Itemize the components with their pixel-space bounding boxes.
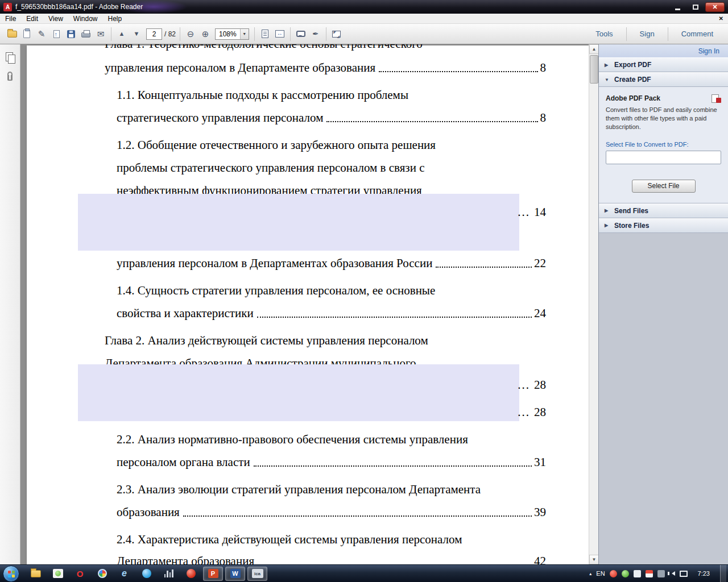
pdf-pack-description: Convert files to PDF and easily combine … — [606, 106, 719, 131]
toc-line: образования39 — [117, 505, 546, 520]
page-thumbnails-button[interactable] — [0, 52, 20, 63]
menu-help[interactable]: Help — [103, 14, 127, 23]
previous-page-button[interactable]: ▲ — [114, 27, 129, 41]
menu-file[interactable]: File — [0, 14, 21, 23]
select-file-label: Select File to Convert to PDF: — [606, 141, 721, 148]
open-icon — [7, 31, 17, 38]
page-number-input[interactable]: 2 — [146, 28, 162, 40]
title-bar: A f_596530bbb186aa14.pdf - Adobe Reader … — [0, 0, 728, 14]
paste-button[interactable] — [19, 27, 34, 41]
save-button[interactable] — [64, 27, 78, 41]
taskbar-opera-button[interactable]: O — [70, 567, 90, 581]
tray-icon-gray[interactable] — [657, 570, 665, 577]
adobe-pdf-pack-label: Adobe PDF Pack — [606, 94, 660, 102]
taskbar-media-app-button[interactable] — [48, 567, 68, 581]
dot-leader — [326, 121, 537, 122]
language-indicator[interactable]: EN — [596, 570, 605, 577]
downloader-icon — [187, 569, 196, 578]
hidden-icons-button[interactable]: ▴ — [589, 571, 592, 576]
menubar-close-icon[interactable]: ✕ — [719, 15, 723, 22]
fit-page-button[interactable] — [258, 27, 272, 41]
adobe-reader-icon[interactable]: A — [3, 3, 12, 11]
toc-line: Глава 2. Анализ действующей системы упра… — [105, 333, 546, 348]
sign-tool-button[interactable]: ✒ — [308, 27, 323, 41]
volume-icon[interactable] — [669, 571, 675, 576]
sign-panel-button[interactable]: Sign — [630, 24, 665, 44]
maximize-button[interactable] — [688, 2, 703, 12]
taskbar-powerpoint-button[interactable]: P — [203, 567, 223, 581]
start-button[interactable] — [3, 566, 19, 582]
zoom-level-select[interactable]: 108% ▼ — [215, 28, 249, 40]
equalizer-icon — [164, 569, 173, 577]
vertical-scrollbar[interactable]: ▲ ▼ — [589, 44, 598, 564]
sign-in-link[interactable]: Sign In — [698, 47, 719, 55]
file-to-convert-input[interactable] — [606, 151, 721, 164]
toc-line: 1.1. Концептуальные подходы к рассмотрен… — [117, 88, 546, 103]
taskbar-equalizer-button[interactable] — [159, 567, 179, 581]
email-icon: ✉ — [97, 30, 105, 38]
next-page-button[interactable]: ▼ — [129, 27, 144, 41]
scroll-up-button[interactable]: ▲ — [589, 44, 598, 54]
taskbar-word-button[interactable]: W — [225, 567, 245, 581]
comment-panel-button[interactable]: Comment — [671, 24, 723, 44]
taskbar: O e P W ica ▴ EN 7:23 — [0, 564, 728, 582]
attachments-button[interactable] — [0, 72, 20, 81]
taskbar-explorer-button[interactable] — [26, 567, 46, 581]
zoom-out-icon: ⊖ — [187, 30, 195, 38]
right-tools-panel: Sign In ▶ Export PDF ▼ Create PDF Adobe … — [598, 44, 728, 564]
sign-in-bar: Sign In — [599, 44, 728, 57]
messenger-icon — [142, 569, 151, 578]
open-button[interactable] — [5, 27, 19, 41]
toc-line: персоналом органа власти31 — [117, 455, 546, 470]
action-center-flag-icon[interactable] — [646, 570, 653, 577]
highlight-overlay — [78, 194, 519, 251]
share-button[interactable] — [49, 27, 64, 41]
taskbar-messenger-button[interactable] — [136, 567, 156, 581]
tools-panel-button[interactable]: Tools — [585, 24, 623, 44]
fullscreen-button[interactable]: ◤ ◢ — [329, 27, 344, 41]
toolbar-separator — [111, 27, 111, 41]
internet-explorer-icon: e — [122, 568, 127, 579]
fit-width-button[interactable] — [272, 27, 287, 41]
show-desktop-button[interactable] — [720, 565, 726, 582]
tray-icon-green[interactable] — [622, 570, 629, 577]
section-export-pdf[interactable]: ▶ Export PDF — [599, 57, 728, 72]
section-send-files[interactable]: ▶ Send Files — [599, 203, 728, 218]
scrollbar-thumb[interactable] — [590, 55, 598, 84]
print-button[interactable] — [78, 27, 93, 41]
taskbar-internet-explorer-button[interactable]: e — [114, 567, 134, 581]
chevron-right-icon: ▶ — [605, 63, 610, 68]
scroll-down-button[interactable]: ▼ — [589, 555, 598, 564]
minimize-icon — [675, 9, 680, 10]
menu-view[interactable]: View — [43, 14, 68, 23]
zoom-dropdown-arrow-icon[interactable]: ▼ — [240, 29, 249, 39]
zoom-out-button[interactable]: ⊖ — [183, 27, 198, 41]
toolbar-separator — [290, 27, 291, 41]
select-file-button[interactable]: Select File — [632, 180, 696, 193]
toc-line: 1.2. Обобщение отечественного и зарубежн… — [117, 138, 546, 153]
toolbar: ✎ ✉ ▲ ▼ 2 / 82 ⊖ ⊕ 108% ▼ ✒ ◤ ◢ Tools Si… — [0, 24, 728, 44]
section-create-pdf[interactable]: ▼ Create PDF — [599, 72, 728, 87]
dot-leader — [183, 516, 532, 517]
taskbar-clock[interactable]: 7:23 — [692, 570, 715, 577]
tray-icon-white[interactable] — [634, 570, 641, 577]
comment-tool-button[interactable] — [293, 27, 308, 41]
toolbar-separator — [254, 27, 255, 41]
tray-icon-red[interactable] — [610, 570, 617, 577]
network-icon[interactable] — [680, 571, 688, 577]
powerpoint-icon: P — [208, 569, 218, 578]
pen-tool-button[interactable]: ✎ — [34, 27, 49, 41]
email-button[interactable]: ✉ — [93, 27, 108, 41]
menu-window[interactable]: Window — [68, 14, 103, 23]
fit-page-icon — [262, 30, 268, 38]
menu-edit[interactable]: Edit — [21, 14, 43, 23]
minimize-button[interactable] — [670, 2, 685, 12]
zoom-in-button[interactable]: ⊕ — [198, 27, 213, 41]
upload-icon — [53, 30, 60, 38]
taskbar-capture-tool-button[interactable]: ica — [247, 567, 267, 581]
taskbar-browser-button[interactable] — [92, 567, 112, 581]
section-store-files[interactable]: ▶ Store Files — [599, 218, 728, 233]
close-button[interactable]: ✕ — [705, 2, 725, 12]
taskbar-downloader-button[interactable] — [181, 567, 201, 581]
system-tray: ▴ EN 7:23 — [589, 565, 728, 582]
